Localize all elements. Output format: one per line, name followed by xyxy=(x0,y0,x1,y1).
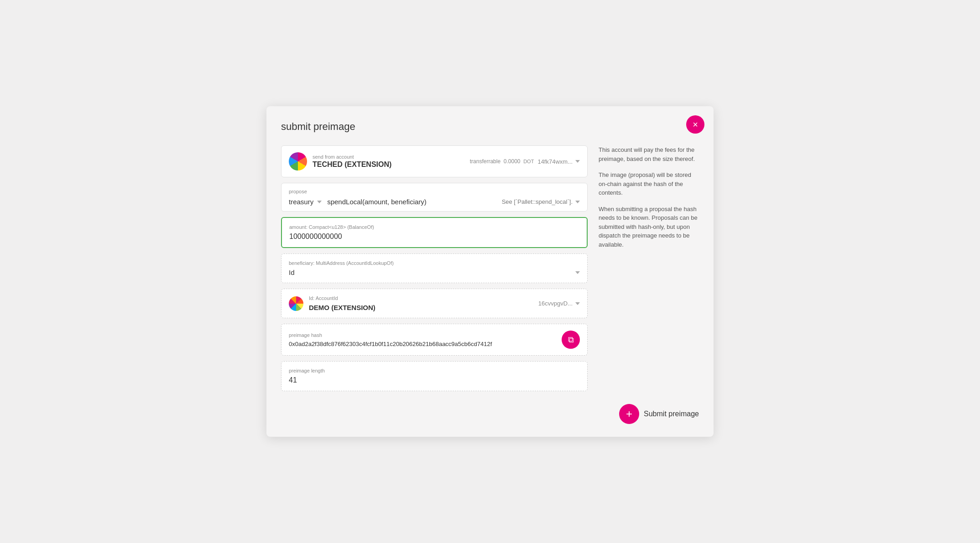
module-name: treasury xyxy=(289,198,313,206)
see-pallet-dropdown[interactable]: See [`Pallet::spend_local`]. xyxy=(502,198,580,205)
avatar xyxy=(289,152,307,171)
demo-account-name: DEMO (EXTENSION) xyxy=(309,304,375,311)
preimage-hash-label: preimage hash xyxy=(289,332,556,338)
beneficiary-chevron-icon xyxy=(575,271,580,274)
demo-address-row: 16cvvpgvD... xyxy=(538,300,580,307)
form-area: send from account TECHED (EXTENSION) tra… xyxy=(281,145,588,391)
preimage-length-card: preimage length 41 xyxy=(281,361,588,391)
help-text-3: When submitting a proposal the hash need… xyxy=(599,205,699,249)
copy-hash-button[interactable]: ⧉ xyxy=(562,331,580,349)
submit-preimage-modal: submit preimage × send from account TECH… xyxy=(266,106,714,437)
preimage-hash-value: 0x0ad2a2f38dfc876f62303c4fcf1b0f11c20b20… xyxy=(289,341,556,347)
beneficiary-param-label: beneficiary: MultiAddress (AccountIdLook… xyxy=(289,260,580,266)
account-left: send from account TECHED (EXTENSION) xyxy=(289,152,391,171)
help-text-1: This account will pay the fees for the p… xyxy=(599,145,699,163)
submit-row: + Submit preimage xyxy=(619,404,699,424)
account-id-param-label: Id: AccountId xyxy=(309,295,375,301)
address-row: 14fk74wxm... xyxy=(537,158,580,165)
preimage-length-value: 41 xyxy=(289,376,580,384)
account-right[interactable]: transferrable 0.0000 DOT 14fk74wxm... xyxy=(470,158,580,165)
function-name: spendLocal(amount, beneficiary) xyxy=(327,198,496,206)
amount-card[interactable]: amount: Compact<u128> (BalanceOf) 100000… xyxy=(281,217,588,248)
help-text-2: The image (proposal) will be stored on-c… xyxy=(599,171,699,197)
transferrable-label: transferrable 0.0000 DOT xyxy=(470,158,534,165)
preimage-hash-card: preimage hash 0x0ad2a2f38dfc876f62303c4f… xyxy=(281,324,588,356)
propose-label: propose xyxy=(289,189,580,194)
demo-chevron-icon xyxy=(575,302,580,305)
modal-title: submit preimage xyxy=(281,121,699,133)
account-id-left: Id: AccountId DEMO (EXTENSION) xyxy=(289,295,375,311)
send-from-label: send from account xyxy=(313,154,391,160)
see-pallet-chevron-icon xyxy=(575,201,580,203)
propose-card: propose treasury spendLocal(amount, bene… xyxy=(281,183,588,212)
account-name: TECHED (EXTENSION) xyxy=(313,160,391,169)
submit-label: Submit preimage xyxy=(644,410,699,418)
amount-value: 1000000000000 xyxy=(289,233,579,241)
account-card: send from account TECHED (EXTENSION) tra… xyxy=(281,145,588,177)
propose-row: treasury spendLocal(amount, beneficiary)… xyxy=(289,198,580,206)
module-chevron-icon xyxy=(317,201,322,203)
module-dropdown[interactable]: treasury xyxy=(289,198,322,206)
beneficiary-id-select: Id xyxy=(289,269,295,276)
account-id-info: Id: AccountId DEMO (EXTENSION) xyxy=(309,295,375,311)
account-id-card[interactable]: Id: AccountId DEMO (EXTENSION) 16cvvpgvD… xyxy=(281,289,588,318)
account-info: send from account TECHED (EXTENSION) xyxy=(313,154,391,169)
help-area: This account will pay the fees for the p… xyxy=(599,145,699,391)
see-pallet-text: See [`Pallet::spend_local`]. xyxy=(502,198,573,205)
amount-param-label: amount: Compact<u128> (BalanceOf) xyxy=(289,224,579,230)
preimage-length-label: preimage length xyxy=(289,368,580,373)
close-button[interactable]: × xyxy=(686,115,704,134)
submit-plus-button[interactable]: + xyxy=(619,404,639,424)
beneficiary-select-row[interactable]: Id xyxy=(289,269,580,276)
demo-avatar xyxy=(289,296,303,311)
beneficiary-card: beneficiary: MultiAddress (AccountIdLook… xyxy=(281,253,588,283)
hash-content: preimage hash 0x0ad2a2f38dfc876f62303c4f… xyxy=(289,332,556,347)
chevron-down-icon xyxy=(575,160,580,163)
